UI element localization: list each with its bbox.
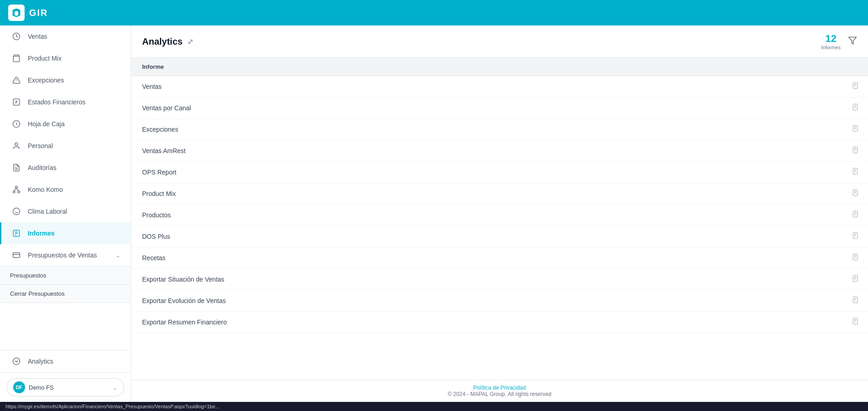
report-action-icon[interactable] — [852, 233, 859, 241]
privacy-link[interactable]: Política de Privacidad — [473, 385, 526, 391]
svg-point-13 — [13, 191, 15, 193]
table-header-informe: Informe — [131, 58, 841, 76]
sidebar-label-clima-laboral: Clima Laboral — [28, 208, 67, 215]
svg-line-15 — [14, 188, 16, 191]
report-action-icon[interactable] — [852, 276, 859, 283]
svg-line-16 — [16, 188, 19, 191]
table-cell-action[interactable] — [841, 162, 868, 183]
report-action-icon[interactable] — [852, 211, 859, 219]
sidebar-item-informes[interactable]: Informes — [0, 222, 131, 244]
report-action-icon[interactable] — [852, 104, 859, 112]
table-row[interactable]: Ventas por Canal — [131, 98, 868, 119]
report-action-icon[interactable] — [852, 147, 859, 155]
sidebar-label-estados-financieros: Estados Financieros — [28, 98, 86, 106]
table-row[interactable]: Exportar Situación de Ventas — [131, 269, 868, 290]
report-action-icon[interactable] — [852, 190, 859, 198]
header-right: 12 Informes — [821, 33, 857, 50]
report-action-icon[interactable] — [852, 169, 859, 176]
sidebar-item-clima-laboral[interactable]: Clima Laboral — [0, 200, 131, 222]
face-icon — [11, 206, 21, 216]
svg-rect-68 — [853, 297, 857, 303]
page-title: Analytics — [142, 36, 183, 47]
table-row[interactable]: Recetas — [131, 247, 868, 269]
status-bar: https://mygir.es/demofs/Aplicacion/Finan… — [0, 402, 868, 411]
table-row[interactable]: Productos — [131, 205, 868, 226]
list-icon — [11, 228, 21, 238]
warning-icon — [11, 75, 21, 85]
topbar: GIR — [0, 0, 868, 26]
sidebar-label-presupuestos-ventas: Presupuestos de Ventas — [28, 252, 97, 259]
sidebar-item-auditorias[interactable]: Auditorías — [0, 157, 131, 179]
user-name: Demo FS — [29, 384, 54, 391]
sidebar-item-hoja-caja[interactable]: Hoja de Caja — [0, 113, 131, 135]
person-icon — [11, 141, 21, 151]
sidebar-item-product-mix[interactable]: Product Mix — [0, 47, 131, 69]
reports-table: Informe Ventas Ventas por — [131, 58, 868, 333]
table-cell-action[interactable] — [841, 183, 868, 205]
sidebar-item-estados-financieros[interactable]: Estados Financieros — [0, 91, 131, 113]
sidebar-item-personal[interactable]: Personal — [0, 135, 131, 157]
table-row[interactable]: Ventas — [131, 76, 868, 98]
table-cell-action[interactable] — [841, 140, 868, 162]
table-cell-action[interactable] — [841, 119, 868, 140]
report-action-icon[interactable] — [852, 297, 859, 305]
svg-rect-60 — [853, 254, 857, 260]
sidebar-item-presupuestos-ventas[interactable]: Presupuestos de Ventas ⌄ — [0, 244, 131, 266]
svg-point-17 — [13, 208, 20, 215]
table-row[interactable]: DOS Plus — [131, 226, 868, 247]
report-action-icon[interactable] — [852, 83, 859, 91]
avatar: DF — [13, 381, 25, 393]
table-row[interactable]: Exportar Evolución de Ventas — [131, 290, 868, 312]
sidebar-label-auditorias: Auditorías — [28, 164, 56, 171]
table-cell-action[interactable] — [841, 205, 868, 226]
table-cell-name: Recetas — [131, 247, 841, 269]
svg-rect-40 — [853, 147, 857, 153]
sidebar-item-komo-komo[interactable]: Komo Komo — [0, 179, 131, 200]
page-title-area: Analytics ⤢ — [142, 36, 193, 47]
report-action-icon[interactable] — [852, 126, 859, 134]
report-action-icon[interactable] — [852, 319, 859, 326]
table-cell-name: Ventas — [131, 76, 841, 98]
svg-rect-28 — [853, 82, 857, 88]
ventas-icon — [11, 31, 21, 41]
table-cell-action[interactable] — [841, 76, 868, 98]
footer: Política de Privacidad © 2024 - MAPAL Gr… — [131, 380, 868, 402]
content-header: Analytics ⤢ 12 Informes — [131, 26, 868, 58]
table-cell-action[interactable] — [841, 312, 868, 333]
table-cell-action[interactable] — [841, 290, 868, 312]
sidebar-label-product-mix: Product Mix — [28, 55, 61, 62]
sidebar-item-excepciones[interactable]: Excepciones — [0, 69, 131, 91]
logo-icon — [8, 5, 25, 21]
presupuestos-section: Presupuestos Cerrar Presupuestos — [0, 266, 131, 303]
filter-icon[interactable] — [848, 36, 857, 47]
doc-icon — [11, 97, 21, 107]
cart-icon — [11, 53, 21, 63]
sidebar-label-excepciones: Excepciones — [28, 77, 64, 84]
table-row[interactable]: Ventas AmRest — [131, 140, 868, 162]
status-url: https://mygir.es/demofs/Aplicacion/Finan… — [5, 404, 220, 409]
svg-rect-56 — [853, 232, 857, 238]
expand-icon[interactable]: ⤢ — [187, 37, 193, 46]
analytics-icon — [11, 356, 21, 366]
network-icon — [11, 185, 21, 195]
flat-menu-item-cerrar-presupuestos[interactable]: Cerrar Presupuestos — [0, 285, 131, 303]
svg-rect-48 — [853, 190, 857, 195]
table-cell-action[interactable] — [841, 226, 868, 247]
table-cell-action[interactable] — [841, 98, 868, 119]
table-row[interactable]: Product Mix — [131, 183, 868, 205]
flat-menu-item-presupuestos[interactable]: Presupuestos — [0, 267, 131, 285]
table-row[interactable]: OPS Report — [131, 162, 868, 183]
table-cell-name: Product Mix — [131, 183, 841, 205]
report-action-icon[interactable] — [852, 254, 859, 262]
table-cell-name: Ventas AmRest — [131, 140, 841, 162]
sidebar-item-ventas[interactable]: Ventas — [0, 26, 131, 47]
table-cell-action[interactable] — [841, 269, 868, 290]
content-area: Analytics ⤢ 12 Informes I — [131, 26, 868, 402]
user-badge[interactable]: DF Demo FS ⌄ — [6, 378, 124, 396]
sidebar-item-analytics[interactable]: Analytics — [0, 350, 131, 372]
sidebar: Ventas Product Mix Excepciones — [0, 26, 131, 402]
table-row[interactable]: Exportar Resumen Financiero — [131, 312, 868, 333]
chevron-down-icon: ⌄ — [112, 384, 117, 391]
table-row[interactable]: Excepciones — [131, 119, 868, 140]
table-cell-action[interactable] — [841, 247, 868, 269]
